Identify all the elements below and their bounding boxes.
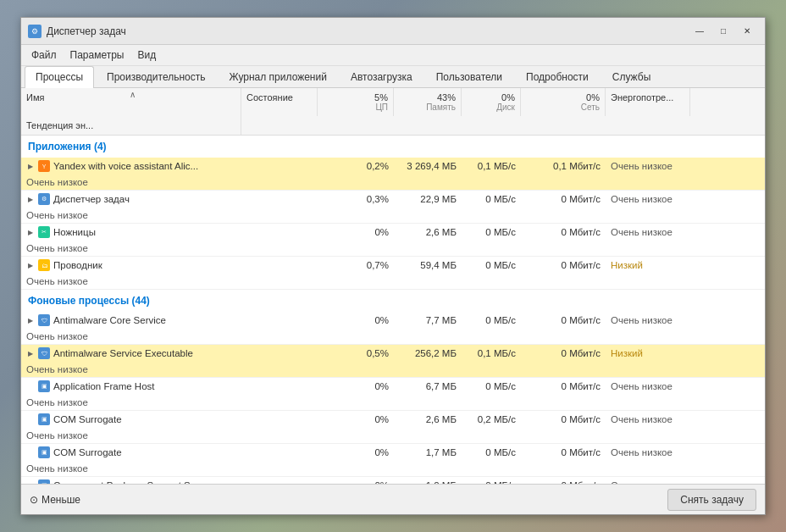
table-header: ∧ Имя Состояние 5% ЦП 43% Память 0% Диск…: [21, 88, 765, 136]
maximize-button[interactable]: □: [712, 23, 734, 40]
process-cpu: 0,3%: [318, 191, 394, 207]
table-row[interactable]: ▶ Y Yandex with voice assistant Alic... …: [21, 158, 765, 191]
less-button[interactable]: ⊙ Меньше: [30, 494, 80, 506]
col-cpu[interactable]: 5% ЦП: [318, 88, 394, 116]
table-row[interactable]: ▣ Application Frame Host 0% 6,7 МБ 0 МБ/…: [21, 378, 765, 411]
process-cpu: 0%: [318, 379, 394, 394]
process-memory: 1,7 МБ: [394, 445, 462, 460]
menu-params[interactable]: Параметры: [64, 47, 131, 64]
process-name: ▶ 🛡 Antimalware Core Service: [21, 312, 241, 329]
tab-services[interactable]: Службы: [601, 66, 661, 87]
process-disk: 0 МБ/с: [462, 313, 521, 328]
process-memory: 3 269,4 МБ: [394, 158, 462, 174]
col-network[interactable]: 0% Сеть: [521, 88, 606, 116]
process-status: [241, 263, 318, 268]
tab-details[interactable]: Подробности: [515, 66, 600, 87]
col-disk[interactable]: 0% Диск: [462, 88, 521, 116]
process-status: [241, 230, 318, 235]
tab-performance[interactable]: Производительность: [96, 66, 216, 87]
expand-icon[interactable]: ▶: [26, 349, 35, 357]
process-network: 0 Мбит/с: [521, 258, 606, 273]
chevron-up-icon: ⊙: [30, 494, 38, 506]
process-energy: Очень низкое: [606, 313, 690, 328]
col-name[interactable]: ∧ Имя: [21, 88, 241, 116]
process-energy-trend: Очень низкое: [21, 274, 241, 289]
process-status: [241, 318, 318, 323]
process-status: [241, 450, 318, 455]
process-disk: 0 МБ/с: [462, 191, 521, 207]
process-disk: 0 МБ/с: [462, 224, 521, 240]
process-energy: Очень низкое: [606, 412, 690, 427]
process-energy: Очень низкое: [606, 224, 690, 240]
process-network: 0 Мбит/с: [521, 379, 606, 394]
col-memory[interactable]: 43% Память: [394, 88, 462, 116]
process-name: ▣ COM Surrogate: [21, 444, 241, 461]
process-status: [241, 351, 318, 356]
process-energy-trend: Очень низкое: [21, 362, 241, 377]
process-network: 0 Мбит/с: [521, 313, 606, 328]
tab-startup[interactable]: Автозагрузка: [340, 66, 423, 87]
table-row[interactable]: ▶ 🛡 Antimalware Core Service 0% 7,7 МБ 0…: [21, 312, 765, 345]
close-button[interactable]: ✕: [736, 23, 758, 40]
expand-icon[interactable]: ▶: [26, 228, 35, 236]
process-memory: 1,0 МБ: [394, 478, 462, 484]
table-row[interactable]: ▣ COM Surrogate 0% 1,7 МБ 0 МБ/с 0 Мбит/…: [21, 444, 765, 477]
process-energy: Низкий: [606, 346, 690, 361]
process-disk: 0,1 МБ/с: [462, 158, 521, 174]
process-table: ∧ Имя Состояние 5% ЦП 43% Память 0% Диск…: [21, 88, 765, 484]
process-energy-trend: Очень низкое: [21, 208, 241, 223]
expand-icon[interactable]: ▶: [26, 316, 35, 324]
minimize-button[interactable]: —: [689, 23, 711, 40]
process-network: 0 Мбит/с: [521, 478, 606, 484]
process-name: ▶ 🗂 Проводник: [21, 257, 241, 274]
process-icon: ▣: [38, 413, 50, 425]
process-memory: 2,6 МБ: [394, 412, 462, 427]
table-row[interactable]: ▣ Component Package Support S... 0% 1,0 …: [21, 477, 765, 484]
process-disk: 0 МБ/с: [462, 478, 521, 484]
tab-app-history[interactable]: Журнал приложений: [219, 66, 338, 87]
dismiss-task-button[interactable]: Снять задачу: [667, 489, 756, 511]
process-cpu: 0,7%: [318, 258, 394, 273]
expand-icon[interactable]: ▶: [26, 195, 35, 203]
menu-file[interactable]: Файл: [25, 47, 64, 64]
col-energy[interactable]: Энергопотре...: [606, 88, 690, 116]
process-icon: 🛡: [38, 314, 50, 326]
table-row[interactable]: ▶ ✂ Ножницы 0% 2,6 МБ 0 МБ/с 0 Мбит/с Оч…: [21, 224, 765, 257]
table-row[interactable]: ▶ 🛡 Antimalware Service Executable 0,5% …: [21, 345, 765, 378]
tab-processes[interactable]: Процессы: [25, 66, 94, 88]
menu-view[interactable]: Вид: [130, 47, 163, 64]
title-bar: ⚙ Диспетчер задач — □ ✕: [21, 18, 765, 45]
process-icon: 🗂: [38, 259, 50, 271]
background-section-header: Фоновые процессы (44): [21, 290, 765, 312]
window-title: Диспетчер задач: [47, 25, 689, 37]
process-name: ▶ ✂ Ножницы: [21, 224, 241, 241]
process-status: [241, 384, 318, 389]
process-energy: Низкий: [606, 258, 690, 273]
tab-users[interactable]: Пользователи: [425, 66, 513, 87]
process-name: ▶ ⚙ Диспетчер задач: [21, 191, 241, 208]
table-row[interactable]: ▶ ⚙ Диспетчер задач 0,3% 22,9 МБ 0 МБ/с …: [21, 191, 765, 224]
expand-icon[interactable]: ▶: [26, 162, 35, 170]
process-cpu: 0,2%: [318, 158, 394, 174]
process-icon: Y: [38, 160, 50, 172]
col-status[interactable]: Состояние: [241, 88, 318, 116]
col-energy-trend[interactable]: Тенденция эн...: [21, 116, 241, 135]
process-energy: Очень низкое: [606, 379, 690, 394]
process-network: 0,1 Мбит/с: [521, 158, 606, 174]
process-network: 0 Мбит/с: [521, 346, 606, 361]
expand-icon[interactable]: ▶: [26, 261, 35, 269]
table-row[interactable]: ▣ COM Surrogate 0% 2,6 МБ 0,2 МБ/с 0 Мби…: [21, 411, 765, 444]
footer: ⊙ Меньше Снять задачу: [21, 484, 765, 514]
table-row[interactable]: ▶ 🗂 Проводник 0,7% 59,4 МБ 0 МБ/с 0 Мбит…: [21, 257, 765, 290]
process-disk: 0 МБ/с: [462, 379, 521, 394]
process-network: 0 Мбит/с: [521, 445, 606, 460]
process-memory: 22,9 МБ: [394, 191, 462, 207]
process-energy-trend: Очень низкое: [21, 329, 241, 344]
process-status: [241, 197, 318, 202]
process-energy: Очень низкое: [606, 478, 690, 484]
process-name: ▶ 🛡 Antimalware Service Executable: [21, 345, 241, 362]
process-cpu: 0,5%: [318, 346, 394, 361]
process-icon: ▣: [38, 380, 50, 392]
process-energy-trend: Очень низкое: [21, 395, 241, 410]
process-energy-trend: Очень низкое: [21, 241, 241, 256]
